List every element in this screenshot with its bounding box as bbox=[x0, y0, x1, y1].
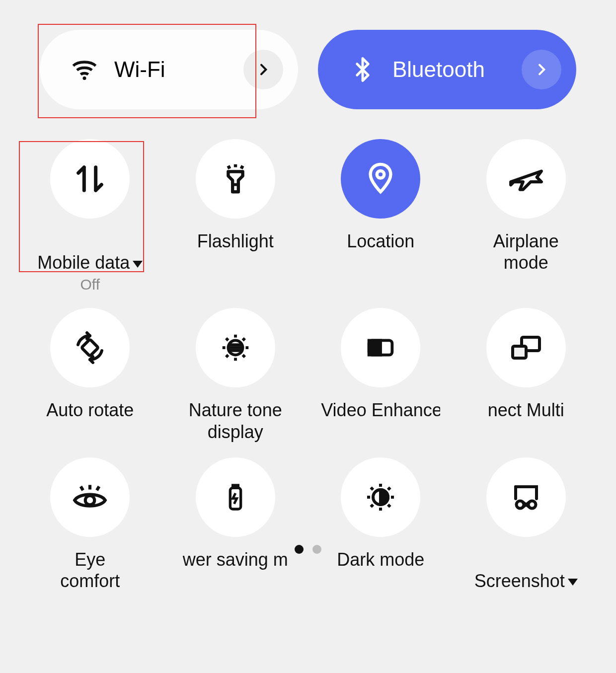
multi-connect-icon bbox=[508, 330, 544, 366]
tile-location[interactable]: Location bbox=[310, 139, 451, 293]
wifi-pill[interactable]: Wi-Fi bbox=[40, 30, 298, 109]
dark-mode-icon bbox=[363, 479, 398, 515]
tile-screenshot[interactable]: Screenshot bbox=[456, 457, 597, 592]
bluetooth-label: Bluetooth bbox=[392, 57, 522, 82]
svg-rect-22 bbox=[513, 346, 526, 358]
tile-multi-connect[interactable]: nect Multi bbox=[456, 308, 597, 442]
screenshot-label: Screenshot bbox=[474, 549, 578, 592]
chevron-right-icon bbox=[534, 62, 549, 77]
nature-tone-icon bbox=[218, 330, 253, 365]
wifi-label: Wi-Fi bbox=[114, 57, 243, 82]
mobile-data-label: Mobile data bbox=[37, 230, 143, 273]
quick-settings-grid: Mobile data Off Flashlight Location bbox=[0, 109, 616, 592]
power-saving-icon-circle bbox=[196, 457, 275, 537]
airplane-icon-circle bbox=[486, 139, 566, 219]
tile-nature-tone[interactable]: Nature tone display bbox=[165, 308, 306, 442]
chevron-down-icon bbox=[568, 579, 578, 586]
eye-comfort-icon-circle bbox=[50, 457, 130, 537]
auto-rotate-label: Auto rotate bbox=[46, 399, 134, 421]
chevron-down-icon bbox=[133, 261, 143, 268]
svg-line-16 bbox=[242, 355, 244, 357]
chevron-right-icon bbox=[255, 62, 271, 77]
mobile-data-icon-circle bbox=[50, 139, 130, 219]
svg-line-27 bbox=[97, 486, 99, 490]
eye-comfort-icon bbox=[72, 479, 108, 516]
svg-point-0 bbox=[83, 76, 86, 80]
multi-connect-icon-circle bbox=[486, 308, 566, 387]
svg-line-17 bbox=[226, 355, 228, 357]
page-dot-2[interactable] bbox=[312, 545, 321, 554]
eye-comfort-label: Eye comfort bbox=[60, 549, 120, 592]
screenshot-icon-circle bbox=[486, 457, 566, 537]
mobile-data-icon bbox=[73, 161, 107, 196]
flashlight-label: Flashlight bbox=[197, 230, 274, 252]
nature-tone-icon-circle bbox=[196, 308, 275, 387]
svg-point-24 bbox=[85, 496, 95, 505]
pagination-dots bbox=[295, 545, 321, 554]
location-label: Location bbox=[347, 230, 414, 252]
battery-icon bbox=[220, 481, 251, 513]
nature-tone-label: Nature tone display bbox=[189, 399, 282, 442]
tile-dark-mode[interactable]: Dark mode bbox=[310, 457, 451, 592]
video-enhancer-label: Video Enhancer bbox=[321, 399, 440, 421]
dark-mode-icon-circle bbox=[341, 457, 420, 537]
quick-settings-pill-row: Wi-Fi Bluetooth bbox=[0, 0, 616, 109]
svg-line-15 bbox=[226, 338, 228, 340]
multi-connect-label: nect Multi bbox=[488, 399, 564, 421]
svg-line-38 bbox=[388, 487, 390, 490]
bluetooth-pill[interactable]: Bluetooth bbox=[318, 30, 576, 109]
location-icon-circle bbox=[341, 139, 420, 219]
svg-rect-20 bbox=[369, 341, 381, 355]
flashlight-icon-circle bbox=[196, 139, 275, 219]
video-enhancer-icon-circle bbox=[341, 308, 420, 387]
tile-mobile-data[interactable]: Mobile data Off bbox=[20, 139, 160, 293]
tile-auto-rotate[interactable]: Auto rotate bbox=[20, 308, 160, 442]
tile-video-enhancer[interactable]: Video Enhancer bbox=[310, 308, 451, 442]
svg-point-5 bbox=[377, 171, 385, 178]
svg-line-18 bbox=[242, 338, 244, 340]
tile-eye-comfort[interactable]: Eye comfort bbox=[20, 457, 160, 592]
svg-rect-29 bbox=[232, 485, 238, 488]
wifi-icon bbox=[70, 55, 99, 84]
flashlight-icon bbox=[218, 161, 253, 196]
svg-line-37 bbox=[371, 505, 374, 507]
wifi-expand-button[interactable] bbox=[243, 50, 283, 89]
tile-flashlight[interactable]: Flashlight bbox=[165, 139, 306, 293]
location-icon bbox=[363, 161, 398, 196]
svg-line-3 bbox=[228, 166, 230, 169]
bluetooth-expand-button[interactable] bbox=[522, 50, 561, 89]
svg-line-35 bbox=[371, 487, 374, 490]
auto-rotate-icon-circle bbox=[50, 308, 130, 387]
tile-airplane-mode[interactable]: Airplane mode bbox=[456, 139, 597, 293]
tile-power-saving[interactable]: wer saving m bbox=[165, 457, 306, 592]
airplane-label: Airplane mode bbox=[493, 230, 559, 273]
svg-line-36 bbox=[388, 505, 390, 507]
dark-mode-label: Dark mode bbox=[337, 549, 424, 570]
bluetooth-icon bbox=[348, 55, 378, 84]
auto-rotate-icon bbox=[72, 330, 108, 366]
power-saving-label: wer saving m bbox=[183, 549, 288, 570]
page-dot-1[interactable] bbox=[295, 545, 304, 554]
svg-rect-6 bbox=[81, 339, 98, 356]
airplane-icon bbox=[508, 160, 544, 197]
screenshot-icon bbox=[508, 479, 544, 515]
svg-line-26 bbox=[81, 486, 83, 490]
video-enhancer-icon bbox=[363, 330, 398, 365]
mobile-data-status: Off bbox=[80, 276, 100, 293]
svg-line-4 bbox=[241, 166, 242, 169]
